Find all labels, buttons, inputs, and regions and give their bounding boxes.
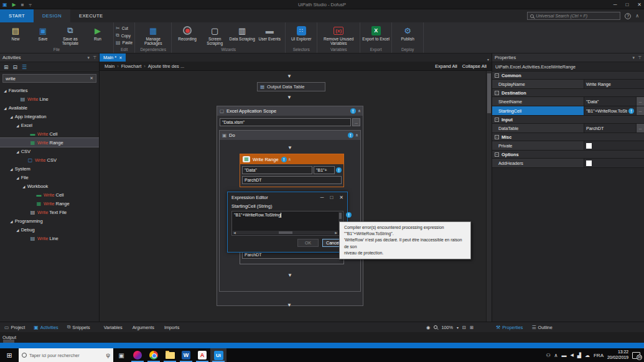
save-icon[interactable]: ▣ — [2, 2, 7, 7]
ui-explorer-button[interactable]: ∷ UI Explorer — [287, 24, 315, 41]
reset-zoom-icon[interactable]: ⊞ — [470, 325, 474, 330]
pin-icon[interactable]: ⊤ — [638, 55, 642, 60]
manage-packages-button[interactable]: ▦ Manage Packages — [137, 24, 169, 46]
tree-item-write-range-workbook[interactable]: ▦ Write Range — [0, 199, 99, 208]
dialog-minimize-button[interactable]: ─ — [320, 195, 324, 200]
validation-info-icon[interactable]: ! — [348, 132, 353, 138]
expand-all-tree-icon[interactable]: ⊞ — [4, 64, 9, 70]
collapse-section-icon[interactable]: − — [495, 135, 499, 139]
section-options[interactable]: − Options — [492, 151, 644, 159]
tree-item-write-range[interactable]: ▦ Write Range — [0, 138, 99, 147]
tab-snippets[interactable]: ⧉ Snippets — [63, 322, 95, 332]
tree-item-write-line[interactable]: ▤ Write Line — [0, 95, 99, 103]
taskbar-app-chrome[interactable] — [146, 348, 162, 362]
workflow-canvas[interactable]: ▼ ▦ Output Data Table ▼ ▢ Excel Applicat… — [100, 71, 492, 322]
datatable-value[interactable]: ParchDT — [584, 124, 636, 132]
collapse-all-link[interactable]: Collapse All — [462, 63, 487, 69]
expander-icon[interactable]: ◢ — [4, 106, 6, 109]
pan-icon[interactable]: ◉ — [426, 325, 430, 330]
expander-icon[interactable]: ◢ — [16, 175, 19, 179]
taskbar-app-explorer[interactable] — [162, 348, 178, 362]
tree-item-write-cell-workbook[interactable]: ▬ Write Cell — [0, 190, 99, 199]
displayname-value[interactable]: Write Range — [584, 80, 644, 88]
copy-button[interactable]: ⧉ Copy — [116, 32, 133, 39]
validation-error-icon[interactable]: ! — [336, 167, 342, 173]
pin-icon[interactable]: ⊤ — [93, 55, 96, 60]
sheetname-value[interactable]: "Data" — [584, 97, 636, 106]
network-icon[interactable]: ▟ — [577, 353, 581, 358]
help-icon[interactable]: ? — [625, 13, 631, 19]
tab-design[interactable]: DESIGN — [34, 9, 70, 22]
panel-dropdown-icon[interactable]: ▾ — [632, 55, 635, 60]
tree-options-icon[interactable]: ☰ — [22, 64, 27, 70]
stop-icon[interactable]: ■ — [21, 2, 24, 7]
sheetname-expression-button[interactable]: ... — [636, 97, 644, 106]
export-to-excel-button[interactable]: X Export to Excel — [362, 24, 390, 41]
collapse-all-tree-icon[interactable]: ⊟ — [13, 64, 18, 70]
new-button[interactable]: ▤ New — [2, 24, 29, 41]
expression-text-area[interactable]: "B1"+WriteRow.ToString ◀▶ — [231, 211, 343, 236]
datatable-expression-button[interactable]: ... — [636, 124, 644, 132]
breadcrumb-sequence[interactable]: Ajoute titre des ... — [148, 63, 184, 69]
expand-all-link[interactable]: Expand All — [435, 63, 457, 69]
collapse-activity-icon[interactable]: « — [353, 134, 359, 136]
start-button[interactable]: ⊞ — [0, 348, 19, 362]
collapse-section-icon[interactable]: − — [495, 118, 499, 122]
close-button[interactable]: ✕ — [637, 2, 642, 7]
speaker-icon[interactable]: ◀ — [570, 353, 573, 358]
tab-arguments[interactable]: Arguments — [128, 325, 159, 330]
expander-icon[interactable]: ◢ — [22, 184, 25, 188]
dialog-close-button[interactable]: ✕ — [339, 195, 343, 200]
expander-icon[interactable]: ◢ — [10, 167, 12, 170]
user-events-button[interactable]: ▬ User Events — [256, 24, 283, 41]
clock[interactable]: 13:22 20/02/2019 — [607, 350, 628, 361]
datatable-input[interactable]: ParchDT — [242, 176, 342, 184]
expression-editor-dialog[interactable]: Expression Editor ─ □ ✕ StartingCell (St… — [227, 192, 348, 253]
tree-group-available[interactable]: ◢ Available — [0, 103, 99, 112]
section-common[interactable]: − Common — [492, 72, 644, 80]
ok-button[interactable]: OK — [297, 239, 319, 247]
tab-activities[interactable]: ▣ Activities — [29, 322, 62, 332]
expander-icon[interactable]: ◢ — [10, 114, 12, 118]
recording-button[interactable]: Recording — [174, 24, 201, 41]
tree-item-write-csv[interactable]: ▢ Write CSV — [0, 155, 99, 164]
dialog-horizontal-scrollbar[interactable]: ◀▶ — [233, 231, 338, 234]
save-button[interactable]: ▣ Save — [29, 24, 57, 41]
validation-error-icon[interactable]: ! — [281, 157, 287, 162]
activities-search-box[interactable]: ✕ — [2, 74, 96, 83]
taskbar-search-box[interactable]: Taper ici pour rechercher ψ — [19, 348, 113, 362]
collapse-section-icon[interactable]: − — [495, 152, 499, 157]
microphone-icon[interactable]: ψ — [106, 352, 110, 358]
universal-search-input[interactable]: Universal Search (Ctrl + F) — [527, 12, 620, 20]
tree-item-write-line-debug[interactable]: ▤ Write Line — [0, 234, 99, 243]
data-scraping-button[interactable]: ▥ Data Scraping — [228, 24, 256, 41]
breadcrumb-flowchart[interactable]: Flowchart — [121, 63, 142, 69]
tree-group-excel[interactable]: ◢ Excel — [0, 121, 99, 129]
tree-group-file[interactable]: ◢ File — [0, 173, 99, 182]
close-tab-icon[interactable]: ✕ — [119, 55, 122, 60]
maximize-button[interactable]: □ — [625, 2, 628, 7]
panel-dropdown-icon[interactable]: ▾ — [87, 55, 90, 60]
fit-to-screen-icon[interactable]: ⊡ — [462, 325, 466, 330]
tab-outline[interactable]: ☰ Outline — [527, 325, 556, 330]
taskbar-app-acrobat[interactable]: A — [194, 348, 210, 362]
activities-search-input[interactable] — [6, 76, 90, 81]
collapse-activity-icon[interactable]: « — [286, 158, 292, 160]
tree-item-write-text-file[interactable]: ▤ Write Text File — [0, 208, 99, 216]
section-destination[interactable]: − Destination — [492, 89, 644, 97]
show-hidden-icons[interactable]: ∧ — [554, 353, 558, 358]
tree-group-debug[interactable]: ◢ Debug — [0, 225, 99, 234]
qat-customize-icon[interactable]: ╤ — [29, 2, 32, 6]
tree-item-write-cell[interactable]: ▬ Write Cell — [0, 129, 99, 138]
write-range-activity[interactable]: ▦ Write Range ! « "Data" — [240, 154, 344, 187]
validation-info-icon[interactable]: ! — [350, 108, 356, 114]
collapse-activity-icon[interactable]: « — [356, 109, 362, 112]
run-icon[interactable]: ▶ — [12, 2, 16, 7]
tree-group-favorites[interactable]: ◢ Favorites — [0, 86, 99, 95]
expander-icon[interactable]: ◢ — [16, 123, 19, 127]
taskbar-app-paint[interactable] — [129, 348, 146, 362]
expander-icon[interactable]: ◢ — [16, 228, 19, 231]
publish-button[interactable]: ⚙ Publish — [394, 24, 421, 41]
remove-unused-variables-button[interactable]: (x) Remove Unused Variables — [319, 24, 358, 46]
people-icon[interactable]: ⚇ — [546, 353, 550, 358]
